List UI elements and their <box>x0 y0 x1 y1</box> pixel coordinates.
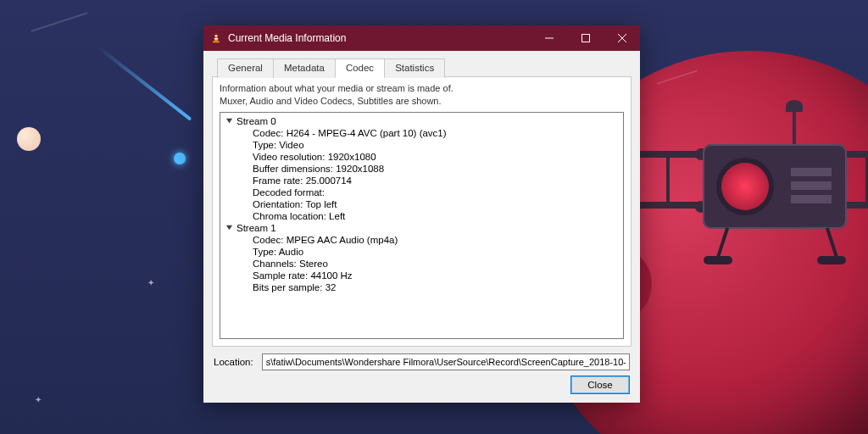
minimize-button[interactable] <box>531 25 567 51</box>
svg-rect-3 <box>213 42 220 43</box>
stream-name: Stream 0 <box>236 116 276 126</box>
tab-metadata[interactable]: Metadata <box>273 58 336 78</box>
location-label: Location: <box>214 357 253 367</box>
close-button[interactable]: Close <box>570 376 630 394</box>
dialog-button-row: Close <box>212 370 632 394</box>
chevron-down-icon <box>225 224 233 231</box>
tab-statistics[interactable]: Statistics <box>384 58 445 78</box>
svg-rect-1 <box>214 36 218 36</box>
svg-marker-0 <box>214 33 218 42</box>
location-input[interactable] <box>262 353 630 370</box>
stream-name: Stream 1 <box>236 223 276 233</box>
codec-property[interactable]: Type: Audio <box>225 246 618 258</box>
stream-header[interactable]: Stream 1 <box>225 222 618 234</box>
codec-property[interactable]: Codec: MPEG AAC Audio (mp4a) <box>225 234 618 246</box>
vlc-cone-icon <box>210 32 222 44</box>
close-icon <box>618 34 626 42</box>
minimize-icon <box>545 34 554 42</box>
maximize-button[interactable] <box>567 25 604 51</box>
wallpaper-comet <box>174 153 186 164</box>
tab-general[interactable]: General <box>217 58 274 78</box>
titlebar[interactable]: Current Media Information <box>203 25 640 51</box>
wallpaper-star: ✦ <box>147 278 154 287</box>
panel-description-line: Information about what your media or str… <box>220 83 453 93</box>
svg-marker-9 <box>226 225 232 230</box>
wallpaper-lander-rotor <box>633 151 703 210</box>
wallpaper-moon <box>17 127 41 151</box>
wallpaper-lander <box>703 144 847 229</box>
codec-property[interactable]: Bits per sample: 32 <box>225 281 618 293</box>
codec-panel: Information about what your media or str… <box>212 76 632 347</box>
wallpaper-lander-antenna <box>793 112 796 146</box>
wallpaper-lander-foot <box>704 256 732 264</box>
chevron-down-icon <box>225 117 233 125</box>
codec-property[interactable]: Channels: Stereo <box>225 258 618 270</box>
wallpaper-streak <box>31 12 87 32</box>
codec-property[interactable]: Buffer dimensions: 1920x1088 <box>225 163 618 175</box>
window-title: Current Media Information <box>228 32 531 44</box>
close-window-button[interactable] <box>604 25 640 51</box>
codec-property[interactable]: Orientation: Top left <box>225 198 618 210</box>
window-client-area: General Metadata Codec Statistics Inform… <box>203 51 640 403</box>
media-info-window: Current Media Information General Metada… <box>203 25 640 403</box>
svg-rect-5 <box>581 35 589 42</box>
location-row: Location: <box>212 347 632 370</box>
wallpaper-lander-foot <box>817 256 846 264</box>
svg-marker-8 <box>226 119 232 123</box>
maximize-icon <box>581 34 590 42</box>
codec-property[interactable]: Chroma location: Left <box>225 210 618 222</box>
codec-tree[interactable]: Stream 0 Codec: H264 - MPEG-4 AVC (part … <box>220 112 624 339</box>
svg-rect-2 <box>214 38 219 39</box>
wallpaper-comet-tail <box>97 45 192 120</box>
wallpaper-star: ✦ <box>35 395 42 404</box>
codec-property[interactable]: Video resolution: 1920x1080 <box>225 151 618 163</box>
stream-header[interactable]: Stream 0 <box>225 115 618 127</box>
codec-property[interactable]: Frame rate: 25.000714 <box>225 175 618 186</box>
panel-description-line: Muxer, Audio and Video Codecs, Subtitles… <box>220 96 442 106</box>
tab-strip: General Metadata Codec Statistics <box>212 58 632 77</box>
tab-codec[interactable]: Codec <box>335 58 385 78</box>
codec-property[interactable]: Type: Video <box>225 139 618 151</box>
panel-description: Information about what your media or str… <box>220 82 624 108</box>
codec-property[interactable]: Sample rate: 44100 Hz <box>225 270 618 281</box>
codec-property[interactable]: Codec: H264 - MPEG-4 AVC (part 10) (avc1… <box>225 127 618 139</box>
codec-property[interactable]: Decoded format: <box>225 186 618 198</box>
